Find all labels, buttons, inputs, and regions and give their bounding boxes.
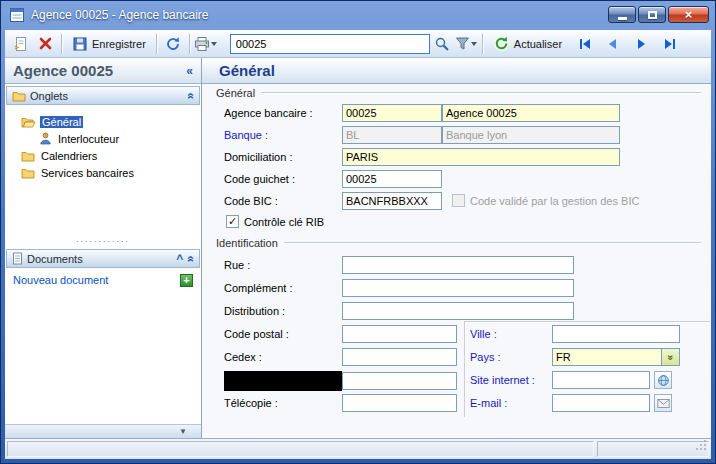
statusbar <box>5 438 711 459</box>
panel-collapse-icon[interactable]: » <box>184 92 198 99</box>
filter-button[interactable] <box>454 33 478 55</box>
new-document-link[interactable]: Nouveau document <box>13 274 180 286</box>
actualiser-icon <box>493 35 510 52</box>
toolbar-search-input[interactable] <box>230 34 430 54</box>
banque-name-field <box>442 126 620 144</box>
close-button[interactable]: × <box>668 6 709 23</box>
person-icon <box>39 132 52 145</box>
new-button[interactable] <box>9 33 33 55</box>
code-postal-label: Code postal : <box>224 325 289 343</box>
controle-rib-label: Contrôle clé RIB <box>244 213 324 231</box>
save-button[interactable]: Enregistrer <box>66 33 152 55</box>
panel-onglets-label: Onglets <box>30 90 183 102</box>
ville-label[interactable]: Ville : <box>470 325 497 343</box>
rue-field[interactable] <box>342 256 574 274</box>
search-button[interactable] <box>430 33 454 55</box>
complement-field[interactable] <box>342 279 574 297</box>
panel-header-documents[interactable]: Documents ^ » <box>6 249 200 268</box>
printer-icon <box>194 36 210 52</box>
site-internet-label[interactable]: Site internet : <box>470 371 535 389</box>
distribution-field[interactable] <box>342 302 574 320</box>
panel-documents-label: Documents <box>27 253 172 265</box>
pays-label[interactable]: Pays : <box>470 348 501 366</box>
tree-item-general[interactable]: Général <box>5 113 199 130</box>
agence-bancaire-label: Agence bancaire : <box>224 104 313 122</box>
pays-field[interactable] <box>552 348 662 366</box>
splitter-handle[interactable]: ............ <box>5 233 201 247</box>
domiciliation-label: Domiciliation : <box>224 148 292 166</box>
nav-last-icon <box>662 38 677 50</box>
close-icon: × <box>685 8 693 21</box>
code-postal-field[interactable] <box>342 325 457 343</box>
resize-grip[interactable] <box>696 437 707 455</box>
tree-item-services-bancaires[interactable]: Services bancaires <box>5 164 199 181</box>
minimize-button[interactable] <box>608 6 636 23</box>
refresh-button[interactable] <box>161 33 185 55</box>
folder-icon <box>12 90 26 102</box>
panel-expand-icon[interactable]: ^ <box>176 252 183 266</box>
sidebar-spacer <box>5 292 201 424</box>
nav-next-button[interactable] <box>630 33 652 55</box>
tree-item-calendriers[interactable]: Calendriers <box>5 147 199 164</box>
code-guichet-field[interactable] <box>342 170 442 188</box>
email-label[interactable]: E-mail : <box>470 394 507 412</box>
email-button[interactable] <box>654 394 672 412</box>
sidebar-title: Agence 00025 <box>13 62 186 79</box>
banque-label[interactable]: Banque : <box>224 126 268 144</box>
check-icon: ✓ <box>228 216 237 227</box>
cedex-field[interactable] <box>342 348 457 366</box>
group-identification-title: Identification <box>216 237 278 249</box>
form-area: Général Agence bancaire : Banque : Domic… <box>202 84 711 438</box>
actualiser-button[interactable]: Actualiser <box>487 33 568 55</box>
delete-x-icon <box>38 36 53 51</box>
nav-next-icon <box>635 38 647 50</box>
nav-first-icon <box>578 38 593 50</box>
telecopie-field[interactable] <box>342 394 457 412</box>
tree-item-interlocuteur[interactable]: Interlocuteur <box>5 130 199 147</box>
pays-dropdown-button[interactable]: » <box>661 348 680 366</box>
statusbar-panel-secondary <box>597 441 709 457</box>
panel-collapse-icon[interactable]: » <box>184 255 198 262</box>
delete-button[interactable] <box>33 33 57 55</box>
print-dropdown-caret <box>211 42 217 46</box>
scroll-down-icon[interactable]: ▼ <box>179 427 187 437</box>
bic-valide-checkbox <box>452 194 465 207</box>
nav-first-button[interactable] <box>574 33 596 55</box>
maximize-button[interactable] <box>638 6 666 23</box>
bic-valide-label: Code validé par la gestion des BIC <box>470 192 639 210</box>
tree-item-label: Général <box>40 116 83 128</box>
code-bic-field[interactable] <box>342 192 442 210</box>
agence-name-field[interactable] <box>442 104 620 122</box>
complement-label: Complément : <box>224 279 292 297</box>
domiciliation-field[interactable] <box>342 148 620 166</box>
add-document-button[interactable]: + <box>180 274 193 287</box>
ville-field[interactable] <box>552 325 680 343</box>
magnifier-icon <box>434 36 450 52</box>
panel-header-onglets[interactable]: Onglets » <box>6 86 200 105</box>
sidebar-scroll-strip: ▼ <box>5 424 201 438</box>
telephone-field[interactable] <box>342 372 457 390</box>
code-bic-label: Code BIC : <box>224 192 278 210</box>
onglets-tree: Général Interlocuteur Calendriers Servic… <box>5 105 201 233</box>
statusbar-panel-main <box>7 441 594 457</box>
email-field[interactable] <box>552 394 650 412</box>
window-controls: × <box>608 6 709 23</box>
site-internet-field[interactable] <box>552 371 650 389</box>
workspace: Agence 00025 « Onglets » Général Inter <box>5 58 711 438</box>
controle-rib-checkbox[interactable]: ✓ <box>226 215 239 228</box>
refresh-icon <box>165 36 181 52</box>
nav-previous-button[interactable] <box>602 33 624 55</box>
print-button[interactable] <box>194 33 218 55</box>
agence-code-field[interactable] <box>342 104 442 122</box>
tree-item-label: Services bancaires <box>39 167 136 179</box>
nav-last-button[interactable] <box>658 33 680 55</box>
sidebar-collapse-icon[interactable]: « <box>186 64 193 78</box>
toolbar-separator <box>482 34 483 54</box>
distribution-label: Distribution : <box>224 302 285 320</box>
site-internet-button[interactable] <box>654 371 672 389</box>
filter-dropdown-caret <box>471 42 477 46</box>
app-icon <box>9 7 25 23</box>
toolbar-separator <box>189 34 190 54</box>
open-folder-icon <box>21 116 36 128</box>
maximize-icon <box>648 11 657 19</box>
